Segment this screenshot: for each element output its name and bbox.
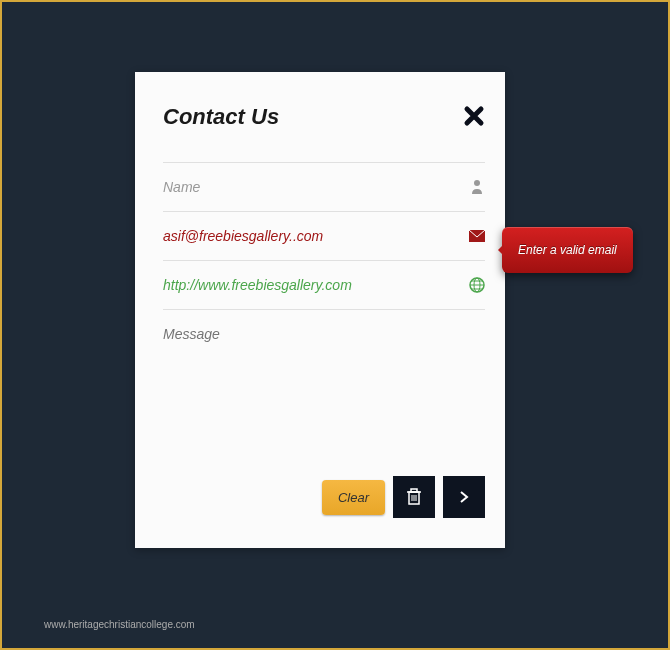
- delete-button[interactable]: [393, 476, 435, 518]
- close-icon: [463, 105, 485, 127]
- name-row: [163, 162, 485, 211]
- email-error-tooltip: Enter a valid email: [502, 227, 633, 273]
- contact-modal: Contact Us Clear: [135, 72, 505, 548]
- close-button[interactable]: [463, 102, 485, 132]
- globe-icon: [469, 277, 485, 293]
- email-row: [163, 211, 485, 260]
- message-input[interactable]: [163, 326, 485, 446]
- message-row: [163, 309, 485, 466]
- email-input[interactable]: [163, 228, 437, 244]
- svg-rect-9: [411, 489, 417, 492]
- mail-icon: [469, 228, 485, 244]
- submit-button[interactable]: [443, 476, 485, 518]
- url-input[interactable]: [163, 277, 437, 293]
- modal-title: Contact Us: [163, 104, 279, 130]
- url-row: [163, 260, 485, 309]
- modal-header: Contact Us: [163, 102, 485, 132]
- watermark: www.heritagechristiancollege.com: [44, 619, 195, 630]
- name-input[interactable]: [163, 179, 437, 195]
- svg-point-0: [474, 180, 480, 186]
- chevron-right-icon: [457, 490, 471, 504]
- trash-icon: [406, 488, 422, 506]
- person-icon: [469, 179, 485, 195]
- clear-button[interactable]: Clear: [322, 480, 385, 515]
- actions-bar: Clear: [163, 476, 485, 518]
